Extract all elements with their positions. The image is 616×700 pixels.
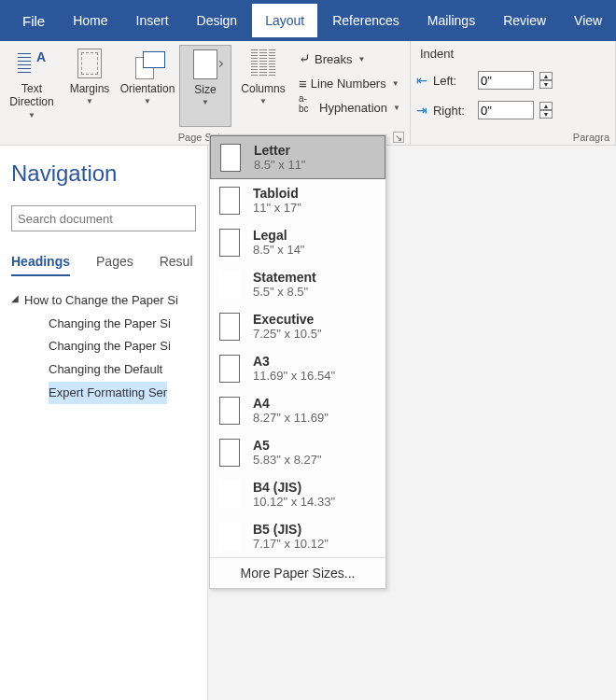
size-dropdown: Letter8.5" x 11"Tabloid11" x 17"Legal8.5… bbox=[209, 134, 386, 589]
size-option-letter[interactable]: Letter8.5" x 11" bbox=[210, 135, 385, 179]
size-option-b4-jis-[interactable]: B4 (JIS)10.12" x 14.33" bbox=[210, 473, 385, 515]
size-option-executive[interactable]: Executive7.25" x 10.5" bbox=[210, 305, 385, 347]
outline-item[interactable]: Changing the Default bbox=[11, 358, 196, 382]
page-icon bbox=[219, 187, 240, 215]
page-icon bbox=[219, 271, 240, 299]
chevron-down-icon: ▼ bbox=[28, 111, 35, 120]
columns-icon bbox=[251, 49, 275, 77]
indent-right-row: Right: ▲▼ bbox=[416, 98, 553, 122]
margins-icon bbox=[77, 49, 102, 78]
tab-review[interactable]: Review bbox=[490, 4, 559, 37]
tab-insert[interactable]: Insert bbox=[123, 4, 182, 37]
breaks-icon bbox=[299, 50, 311, 67]
indent-right-spinner[interactable]: ▲▼ bbox=[539, 102, 553, 119]
orientation-button[interactable]: Orientation ▼ bbox=[121, 45, 174, 127]
tab-design[interactable]: Design bbox=[184, 4, 251, 37]
page-icon bbox=[219, 229, 240, 257]
size-dims: 8.5" x 14" bbox=[253, 243, 305, 257]
hyphenation-button[interactable]: Hyphenation▼ bbox=[295, 95, 404, 119]
page-icon bbox=[219, 313, 240, 341]
orientation-icon bbox=[133, 49, 161, 77]
size-icon bbox=[193, 49, 217, 79]
size-dims: 5.5" x 8.5" bbox=[253, 285, 316, 299]
size-button[interactable]: Size ▼ bbox=[179, 45, 231, 127]
outline-item[interactable]: Changing the Paper Si bbox=[11, 313, 196, 336]
size-name: Tabloid bbox=[253, 186, 301, 201]
outline-item[interactable]: Expert Formatting Ser bbox=[11, 382, 196, 405]
outline-item[interactable]: ◢ How to Change the Paper Si bbox=[11, 289, 196, 313]
page-icon bbox=[219, 355, 240, 383]
page-icon bbox=[219, 523, 240, 551]
size-dims: 5.83" x 8.27" bbox=[253, 453, 322, 467]
paragraph-group-label: Paragra bbox=[416, 132, 609, 143]
size-dims: 10.12" x 14.33" bbox=[253, 495, 335, 509]
tab-file[interactable]: File bbox=[9, 4, 58, 38]
size-option-a5[interactable]: A55.83" x 8.27" bbox=[210, 431, 385, 473]
chevron-down-icon: ▼ bbox=[86, 97, 93, 106]
page-setup-launcher[interactable]: ↘ bbox=[393, 132, 404, 143]
size-dims: 7.25" x 10.5" bbox=[253, 327, 322, 341]
indent-title: Indent bbox=[416, 45, 457, 63]
line-numbers-button[interactable]: Line Numbers▼ bbox=[295, 71, 404, 95]
nav-tab-pages[interactable]: Pages bbox=[96, 254, 133, 276]
outline: ◢ How to Change the Paper Si Changing th… bbox=[11, 289, 196, 404]
tab-view[interactable]: View bbox=[561, 4, 615, 37]
tab-layout[interactable]: Layout bbox=[252, 4, 317, 37]
hyphenation-icon bbox=[299, 101, 315, 115]
size-name: B5 (JIS) bbox=[253, 522, 329, 537]
size-option-tabloid[interactable]: Tabloid11" x 17" bbox=[210, 179, 385, 221]
more-paper-sizes[interactable]: More Paper Sizes... bbox=[210, 557, 385, 588]
nav-tab-headings[interactable]: Headings bbox=[11, 254, 70, 276]
size-option-a4[interactable]: A48.27" x 11.69" bbox=[210, 389, 385, 431]
outline-item[interactable]: Changing the Paper Si bbox=[11, 335, 196, 358]
size-dims: 11" x 17" bbox=[253, 201, 301, 215]
line-numbers-icon bbox=[299, 76, 307, 91]
size-option-a3[interactable]: A311.69" x 16.54" bbox=[210, 347, 385, 389]
indent-right-input[interactable] bbox=[478, 101, 534, 119]
text-direction-icon bbox=[18, 49, 46, 77]
nav-tab-results[interactable]: Resul bbox=[160, 254, 193, 276]
size-dims: 8.5" x 11" bbox=[254, 158, 306, 172]
margins-button[interactable]: Margins ▼ bbox=[63, 45, 116, 127]
indent-left-row: Left: ▲▼ bbox=[416, 68, 553, 92]
size-name: A5 bbox=[253, 438, 322, 453]
indent-left-icon bbox=[416, 73, 427, 88]
size-option-b5-jis-[interactable]: B5 (JIS)7.17" x 10.12" bbox=[210, 515, 385, 557]
text-direction-button[interactable]: Text Direction ▼ bbox=[6, 45, 58, 127]
collapse-icon[interactable]: ◢ bbox=[11, 289, 24, 307]
ribbon: Text Direction ▼ Margins ▼ Orientation ▼… bbox=[0, 41, 616, 146]
size-name: Statement bbox=[253, 270, 316, 285]
size-dims: 11.69" x 16.54" bbox=[253, 369, 335, 383]
size-name: A3 bbox=[253, 354, 335, 369]
columns-button[interactable]: Columns ▼ bbox=[237, 45, 289, 127]
search-input[interactable] bbox=[11, 205, 196, 231]
size-name: Letter bbox=[254, 143, 306, 158]
indent-left-spinner[interactable]: ▲▼ bbox=[539, 72, 553, 89]
size-dims: 8.27" x 11.69" bbox=[253, 411, 329, 425]
tab-home[interactable]: Home bbox=[60, 4, 120, 37]
tabs-bar: File HomeInsertDesignLayoutReferencesMai… bbox=[0, 0, 616, 41]
size-name: Legal bbox=[253, 228, 305, 243]
size-name: Executive bbox=[253, 312, 322, 327]
page-icon bbox=[219, 397, 240, 425]
tab-references[interactable]: References bbox=[319, 4, 413, 37]
chevron-down-icon: ▼ bbox=[259, 97, 267, 106]
navigation-pane: Navigation Headings Pages Resul ◢ How to… bbox=[0, 146, 208, 700]
indent-left-input[interactable] bbox=[478, 71, 534, 90]
size-name: A4 bbox=[253, 396, 329, 411]
page-icon bbox=[219, 481, 240, 509]
navigation-title: Navigation bbox=[11, 161, 196, 187]
size-name: B4 (JIS) bbox=[253, 480, 335, 495]
page-icon bbox=[219, 439, 240, 467]
indent-right-icon bbox=[416, 103, 427, 118]
tab-mailings[interactable]: Mailings bbox=[414, 4, 488, 37]
size-option-legal[interactable]: Legal8.5" x 14" bbox=[210, 221, 385, 263]
chevron-down-icon: ▼ bbox=[144, 97, 151, 106]
page-icon bbox=[220, 144, 241, 172]
chevron-down-icon: ▼ bbox=[202, 98, 209, 107]
size-option-statement[interactable]: Statement5.5" x 8.5" bbox=[210, 263, 385, 305]
breaks-button[interactable]: Breaks▼ bbox=[295, 47, 404, 71]
size-dims: 7.17" x 10.12" bbox=[253, 537, 329, 551]
